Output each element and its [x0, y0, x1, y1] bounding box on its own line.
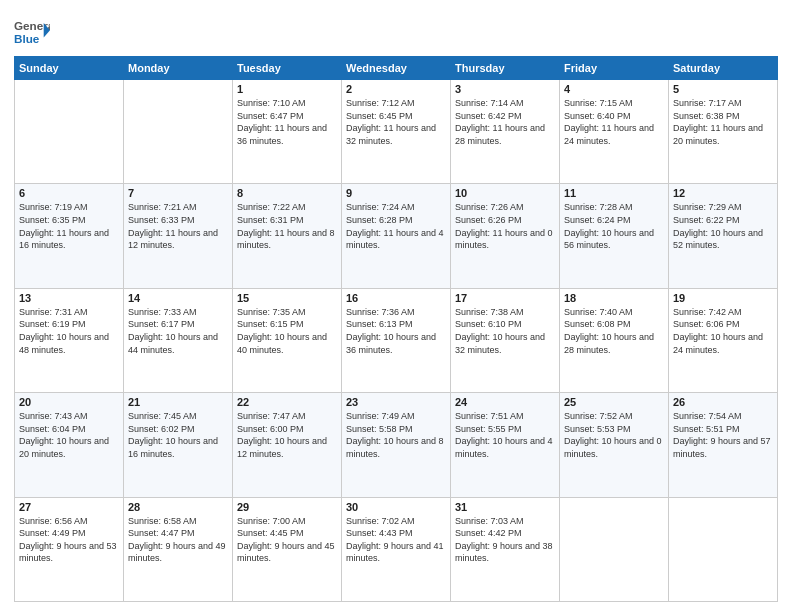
col-header-tuesday: Tuesday: [233, 57, 342, 80]
calendar-cell: 2Sunrise: 7:12 AM Sunset: 6:45 PM Daylig…: [342, 80, 451, 184]
col-header-monday: Monday: [124, 57, 233, 80]
cell-info: Sunrise: 6:56 AM Sunset: 4:49 PM Dayligh…: [19, 515, 119, 565]
day-number: 2: [346, 83, 446, 95]
calendar-cell: 23Sunrise: 7:49 AM Sunset: 5:58 PM Dayli…: [342, 393, 451, 497]
calendar-cell: 26Sunrise: 7:54 AM Sunset: 5:51 PM Dayli…: [669, 393, 778, 497]
calendar-cell: 12Sunrise: 7:29 AM Sunset: 6:22 PM Dayli…: [669, 184, 778, 288]
calendar-table: SundayMondayTuesdayWednesdayThursdayFrid…: [14, 56, 778, 602]
day-number: 21: [128, 396, 228, 408]
calendar-week-1: 6Sunrise: 7:19 AM Sunset: 6:35 PM Daylig…: [15, 184, 778, 288]
calendar-cell: 31Sunrise: 7:03 AM Sunset: 4:42 PM Dayli…: [451, 497, 560, 601]
cell-info: Sunrise: 7:03 AM Sunset: 4:42 PM Dayligh…: [455, 515, 555, 565]
day-number: 8: [237, 187, 337, 199]
cell-info: Sunrise: 7:51 AM Sunset: 5:55 PM Dayligh…: [455, 410, 555, 460]
header: General Blue: [14, 10, 778, 50]
cell-info: Sunrise: 7:35 AM Sunset: 6:15 PM Dayligh…: [237, 306, 337, 356]
cell-info: Sunrise: 7:26 AM Sunset: 6:26 PM Dayligh…: [455, 201, 555, 251]
calendar-cell: 17Sunrise: 7:38 AM Sunset: 6:10 PM Dayli…: [451, 288, 560, 392]
cell-info: Sunrise: 7:52 AM Sunset: 5:53 PM Dayligh…: [564, 410, 664, 460]
day-number: 28: [128, 501, 228, 513]
day-number: 5: [673, 83, 773, 95]
calendar-cell: 14Sunrise: 7:33 AM Sunset: 6:17 PM Dayli…: [124, 288, 233, 392]
cell-info: Sunrise: 7:49 AM Sunset: 5:58 PM Dayligh…: [346, 410, 446, 460]
calendar-cell: 8Sunrise: 7:22 AM Sunset: 6:31 PM Daylig…: [233, 184, 342, 288]
calendar-cell: 19Sunrise: 7:42 AM Sunset: 6:06 PM Dayli…: [669, 288, 778, 392]
calendar-cell: 25Sunrise: 7:52 AM Sunset: 5:53 PM Dayli…: [560, 393, 669, 497]
cell-info: Sunrise: 7:17 AM Sunset: 6:38 PM Dayligh…: [673, 97, 773, 147]
cell-info: Sunrise: 7:40 AM Sunset: 6:08 PM Dayligh…: [564, 306, 664, 356]
calendar-cell: 22Sunrise: 7:47 AM Sunset: 6:00 PM Dayli…: [233, 393, 342, 497]
day-number: 10: [455, 187, 555, 199]
calendar-week-2: 13Sunrise: 7:31 AM Sunset: 6:19 PM Dayli…: [15, 288, 778, 392]
calendar-cell: 3Sunrise: 7:14 AM Sunset: 6:42 PM Daylig…: [451, 80, 560, 184]
day-number: 9: [346, 187, 446, 199]
calendar-week-3: 20Sunrise: 7:43 AM Sunset: 6:04 PM Dayli…: [15, 393, 778, 497]
day-number: 31: [455, 501, 555, 513]
calendar-cell: 7Sunrise: 7:21 AM Sunset: 6:33 PM Daylig…: [124, 184, 233, 288]
calendar-cell: 11Sunrise: 7:28 AM Sunset: 6:24 PM Dayli…: [560, 184, 669, 288]
cell-info: Sunrise: 7:38 AM Sunset: 6:10 PM Dayligh…: [455, 306, 555, 356]
calendar-cell: 28Sunrise: 6:58 AM Sunset: 4:47 PM Dayli…: [124, 497, 233, 601]
col-header-wednesday: Wednesday: [342, 57, 451, 80]
calendar-cell: 27Sunrise: 6:56 AM Sunset: 4:49 PM Dayli…: [15, 497, 124, 601]
calendar-cell: 5Sunrise: 7:17 AM Sunset: 6:38 PM Daylig…: [669, 80, 778, 184]
day-number: 18: [564, 292, 664, 304]
day-number: 24: [455, 396, 555, 408]
calendar-cell: [15, 80, 124, 184]
col-header-thursday: Thursday: [451, 57, 560, 80]
calendar-cell: 20Sunrise: 7:43 AM Sunset: 6:04 PM Dayli…: [15, 393, 124, 497]
col-header-sunday: Sunday: [15, 57, 124, 80]
cell-info: Sunrise: 7:29 AM Sunset: 6:22 PM Dayligh…: [673, 201, 773, 251]
day-number: 15: [237, 292, 337, 304]
day-number: 12: [673, 187, 773, 199]
cell-info: Sunrise: 7:31 AM Sunset: 6:19 PM Dayligh…: [19, 306, 119, 356]
cell-info: Sunrise: 7:22 AM Sunset: 6:31 PM Dayligh…: [237, 201, 337, 251]
day-number: 13: [19, 292, 119, 304]
col-header-friday: Friday: [560, 57, 669, 80]
cell-info: Sunrise: 7:12 AM Sunset: 6:45 PM Dayligh…: [346, 97, 446, 147]
cell-info: Sunrise: 7:36 AM Sunset: 6:13 PM Dayligh…: [346, 306, 446, 356]
calendar-cell: 21Sunrise: 7:45 AM Sunset: 6:02 PM Dayli…: [124, 393, 233, 497]
day-number: 22: [237, 396, 337, 408]
calendar-header-row: SundayMondayTuesdayWednesdayThursdayFrid…: [15, 57, 778, 80]
calendar-cell: 18Sunrise: 7:40 AM Sunset: 6:08 PM Dayli…: [560, 288, 669, 392]
cell-info: Sunrise: 7:33 AM Sunset: 6:17 PM Dayligh…: [128, 306, 228, 356]
cell-info: Sunrise: 7:42 AM Sunset: 6:06 PM Dayligh…: [673, 306, 773, 356]
calendar-cell: 10Sunrise: 7:26 AM Sunset: 6:26 PM Dayli…: [451, 184, 560, 288]
calendar-cell: 24Sunrise: 7:51 AM Sunset: 5:55 PM Dayli…: [451, 393, 560, 497]
logo-icon: General Blue: [14, 14, 50, 50]
day-number: 6: [19, 187, 119, 199]
day-number: 19: [673, 292, 773, 304]
col-header-saturday: Saturday: [669, 57, 778, 80]
calendar-cell: 4Sunrise: 7:15 AM Sunset: 6:40 PM Daylig…: [560, 80, 669, 184]
day-number: 26: [673, 396, 773, 408]
calendar-cell: 6Sunrise: 7:19 AM Sunset: 6:35 PM Daylig…: [15, 184, 124, 288]
page: General Blue SundayMondayTuesdayWednesda…: [0, 0, 792, 612]
day-number: 25: [564, 396, 664, 408]
cell-info: Sunrise: 7:15 AM Sunset: 6:40 PM Dayligh…: [564, 97, 664, 147]
day-number: 17: [455, 292, 555, 304]
calendar-cell: 15Sunrise: 7:35 AM Sunset: 6:15 PM Dayli…: [233, 288, 342, 392]
cell-info: Sunrise: 7:14 AM Sunset: 6:42 PM Dayligh…: [455, 97, 555, 147]
cell-info: Sunrise: 7:54 AM Sunset: 5:51 PM Dayligh…: [673, 410, 773, 460]
cell-info: Sunrise: 7:28 AM Sunset: 6:24 PM Dayligh…: [564, 201, 664, 251]
calendar-cell: 30Sunrise: 7:02 AM Sunset: 4:43 PM Dayli…: [342, 497, 451, 601]
calendar-cell: [560, 497, 669, 601]
calendar-week-0: 1Sunrise: 7:10 AM Sunset: 6:47 PM Daylig…: [15, 80, 778, 184]
day-number: 11: [564, 187, 664, 199]
day-number: 3: [455, 83, 555, 95]
cell-info: Sunrise: 7:21 AM Sunset: 6:33 PM Dayligh…: [128, 201, 228, 251]
svg-text:Blue: Blue: [14, 32, 40, 45]
day-number: 30: [346, 501, 446, 513]
calendar-week-4: 27Sunrise: 6:56 AM Sunset: 4:49 PM Dayli…: [15, 497, 778, 601]
day-number: 7: [128, 187, 228, 199]
day-number: 29: [237, 501, 337, 513]
cell-info: Sunrise: 7:47 AM Sunset: 6:00 PM Dayligh…: [237, 410, 337, 460]
cell-info: Sunrise: 7:24 AM Sunset: 6:28 PM Dayligh…: [346, 201, 446, 251]
calendar-cell: 29Sunrise: 7:00 AM Sunset: 4:45 PM Dayli…: [233, 497, 342, 601]
day-number: 23: [346, 396, 446, 408]
day-number: 20: [19, 396, 119, 408]
logo: General Blue: [14, 14, 50, 50]
cell-info: Sunrise: 7:02 AM Sunset: 4:43 PM Dayligh…: [346, 515, 446, 565]
cell-info: Sunrise: 7:43 AM Sunset: 6:04 PM Dayligh…: [19, 410, 119, 460]
